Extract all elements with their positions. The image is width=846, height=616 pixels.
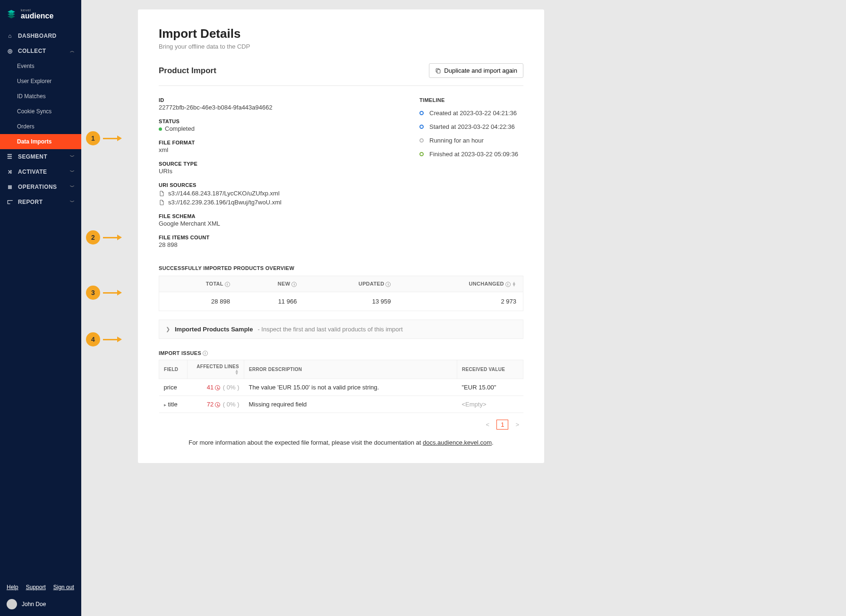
nav-report[interactable]: ⫍ REPORT ﹀ (0, 194, 81, 210)
field-label-format: FILE FORMAT (159, 140, 401, 145)
issue-received: "EUR 15.00" (457, 379, 523, 396)
nav-sub-orders[interactable]: Orders (0, 119, 81, 134)
sidebar: kevel audience ⌂ DASHBOARD ◎ COLLECT ︿ E… (0, 0, 81, 616)
info-icon: i (203, 351, 208, 356)
nav-sub-cookie-syncs[interactable]: Cookie Syncs (0, 104, 81, 119)
avatar (7, 599, 17, 609)
issues-label: IMPORT ISSUESi (159, 350, 523, 356)
timeline-item: Running for an hour (419, 137, 523, 144)
shuffle-icon: ⤭ (7, 169, 13, 175)
col-unchanged[interactable]: UNCHANGEDi▲▼ (397, 276, 523, 292)
val-total: 28 898 (159, 292, 237, 311)
nav-label: COLLECT (18, 48, 46, 54)
svg-rect-1 (437, 69, 441, 73)
field-label-count: FILE ITEMS COUNT (159, 235, 401, 240)
timeline-title: TIMELINE (419, 97, 523, 103)
uri-source-row: s3://144.68.243.187/LycCKO/uZUfxp.xml (159, 190, 401, 197)
pag-next[interactable]: > (511, 420, 523, 430)
file-icon (159, 190, 164, 197)
field-value-id: 22772bfb-26bc-46e3-b084-9fa443a94662 (159, 104, 401, 111)
nav-label: ACTIVATE (18, 169, 47, 175)
nav-sub-id-matches[interactable]: ID Matches (0, 89, 81, 104)
copy-icon (435, 68, 441, 74)
arrow-icon (103, 291, 122, 295)
status-dot-icon (159, 127, 162, 131)
info-icon: i (505, 282, 511, 287)
val-unchanged: 2 973 (397, 292, 523, 311)
issue-row[interactable]: ▸title 72 ( 0% ) Missing required field … (159, 396, 523, 413)
issue-affected: 41 ( 0% ) (188, 379, 244, 396)
pag-page[interactable]: 1 (496, 420, 508, 430)
nav-collect[interactable]: ◎ COLLECT ︿ (0, 43, 81, 59)
col-updated[interactable]: UPDATEDi (303, 276, 397, 292)
pag-prev[interactable]: < (482, 420, 494, 430)
issues-table: FIELD AFFECTED LINES▲▼ ERROR DESCRIPTION… (159, 360, 523, 413)
nav-sub-user-explorer[interactable]: User Explorer (0, 74, 81, 89)
col-error[interactable]: ERROR DESCRIPTION (244, 360, 457, 379)
section-title: Product Import (159, 66, 216, 76)
help-link[interactable]: Help (7, 584, 18, 591)
sidebar-footer: Help Support Sign out John Doe (0, 577, 81, 616)
issue-received: <Empty> (457, 396, 523, 413)
clock-icon (215, 385, 220, 390)
doc-link[interactable]: docs.audience.kevel.com (423, 439, 492, 446)
home-icon: ⌂ (7, 33, 13, 39)
chart-icon: ⫍ (7, 199, 13, 205)
expander-sub: - Inspect the first and last valid produ… (257, 326, 402, 333)
sort-icon: ▲▼ (512, 282, 516, 287)
field-label-schema: FILE SCHEMA (159, 213, 401, 219)
logo[interactable]: kevel audience (0, 0, 81, 28)
nav-label: SEGMENT (18, 153, 47, 160)
col-affected[interactable]: AFFECTED LINES▲▼ (188, 360, 244, 379)
duplicate-button[interactable]: Duplicate and import again (429, 63, 523, 78)
info-icon: i (385, 282, 391, 287)
chevron-down-icon: ﹀ (70, 169, 75, 175)
issue-error: Missing required field (244, 396, 457, 413)
stack-icon: ≣ (7, 184, 13, 190)
users-icon: ☰ (7, 153, 13, 160)
nav-dashboard[interactable]: ⌂ DASHBOARD (0, 28, 81, 43)
nav-segment[interactable]: ☰ SEGMENT ﹀ (0, 149, 81, 164)
file-icon (159, 199, 164, 206)
nav-label: DASHBOARD (18, 33, 57, 39)
field-label-uri-sources: URI SOURCES (159, 182, 401, 188)
col-field[interactable]: FIELD (159, 360, 188, 379)
info-icon: i (225, 282, 230, 287)
clock-icon (215, 402, 220, 407)
page-subtitle: Bring your offline data to the CDP (159, 43, 523, 50)
col-received[interactable]: RECEIVED VALUE (457, 360, 523, 379)
user-row[interactable]: John Doe (7, 599, 75, 609)
nav-operations[interactable]: ≣ OPERATIONS ﹀ (0, 179, 81, 194)
chevron-right-icon: ❯ (166, 326, 170, 332)
target-icon: ◎ (7, 48, 13, 54)
chevron-up-icon: ︿ (70, 48, 75, 54)
field-label-source-type: SOURCE TYPE (159, 161, 401, 167)
signout-link[interactable]: Sign out (53, 584, 74, 591)
card: Import Details Bring your offline data t… (138, 9, 544, 463)
nav-sub-data-imports[interactable]: Data Imports (0, 134, 81, 149)
chevron-right-icon: ▸ (164, 402, 166, 407)
products-sample-expander[interactable]: ❯ Imported Products Sample - Inspect the… (159, 320, 523, 339)
support-link[interactable]: Support (26, 584, 46, 591)
doc-link-row: For more information about the expected … (159, 439, 523, 446)
overview-label: SUCCESSFULLY IMPORTED PRODUCTS OVERVIEW (159, 265, 523, 271)
nav-activate[interactable]: ⤭ ACTIVATE ﹀ (0, 164, 81, 179)
field-value-source-type: URIs (159, 168, 401, 175)
col-total[interactable]: TOTALi (159, 276, 237, 292)
timeline-dot-icon (419, 111, 424, 115)
logo-audience: audience (21, 12, 53, 20)
chevron-down-icon: ﹀ (70, 153, 75, 160)
issue-field: price (159, 379, 188, 396)
field-label-id: ID (159, 97, 401, 103)
uri-source-row: s3://162.239.236.196/1qBwuj/tg7woU.xml (159, 199, 401, 206)
timeline-item: Started at 2023-03-22 04:22:36 (419, 123, 523, 130)
nav-sub-events[interactable]: Events (0, 59, 81, 74)
user-name: John Doe (22, 601, 46, 608)
arrow-icon (103, 136, 122, 140)
timeline-item: Finished at 2023-03-22 05:09:36 (419, 151, 523, 158)
col-new[interactable]: NEWi (237, 276, 304, 292)
arrow-icon (103, 338, 122, 341)
main: 1 2 3 4 Import Details Bring your offlin… (81, 0, 846, 616)
overview-table: TOTALi NEWi UPDATEDi UNCHANGEDi▲▼ 28 898… (159, 276, 523, 311)
info-icon: i (291, 282, 297, 287)
